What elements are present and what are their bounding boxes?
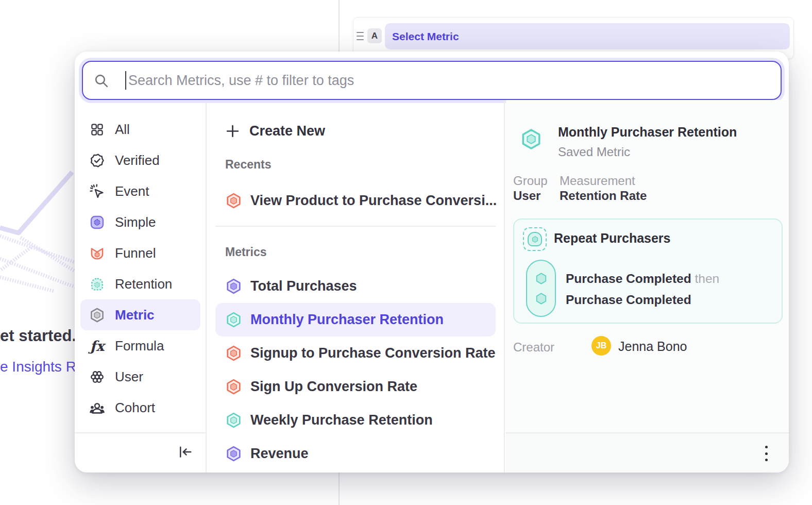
category-sidebar: All Verified xyxy=(75,100,207,473)
creator-name: Jenna Bono xyxy=(618,339,687,354)
metric-item-weekly-purchase-retention[interactable]: Weekly Purchase Retention xyxy=(215,403,496,437)
sidebar-item-label: Simple xyxy=(115,214,156,230)
search-input[interactable] xyxy=(127,72,770,89)
step-1-event: Purchase Completed xyxy=(566,272,691,285)
create-new-label: Create New xyxy=(249,123,325,139)
retention-metric-hexagon-icon xyxy=(225,311,242,328)
sidebar-item-verified[interactable]: Verified xyxy=(80,145,200,176)
metric-item-label: Revenue xyxy=(250,446,309,462)
sidebar-item-all[interactable]: All xyxy=(80,114,200,145)
sidebar-item-simple[interactable]: Simple xyxy=(80,207,200,238)
verified-badge-icon xyxy=(89,153,105,169)
simple-icon xyxy=(89,214,105,230)
kebab-menu-icon[interactable] xyxy=(762,445,770,462)
event-cursor-icon xyxy=(89,183,105,199)
sidebar-item-label: Retention xyxy=(115,276,172,292)
list-divider xyxy=(215,226,496,227)
retention-metric-hexagon-icon xyxy=(225,412,242,429)
funnel-metric-hexagon-icon xyxy=(225,378,242,395)
sidebar-item-label: Verified xyxy=(115,153,160,169)
modal-body: All Verified xyxy=(75,100,789,473)
insights-report-link[interactable]: e Insights Re xyxy=(0,359,84,375)
hexagon-icon xyxy=(534,272,548,285)
recent-metric-item[interactable]: View Product to Purchase Conversi... xyxy=(207,189,504,212)
retention-definition-icon xyxy=(523,227,547,251)
user-icon xyxy=(89,369,105,385)
measurement-value: Retention Rate xyxy=(560,189,647,203)
step-connector: then xyxy=(695,272,720,285)
measurement-label: Measurement xyxy=(560,174,635,188)
funnel-metric-hexagon-icon xyxy=(225,345,242,362)
recent-metric-label: View Product to Purchase Conversi... xyxy=(250,193,497,209)
sidebar-item-label: Funnel xyxy=(115,245,156,261)
sidebar-item-formula[interactable]: ƒx Formula xyxy=(80,330,200,361)
create-new-button[interactable]: Create New xyxy=(207,122,504,140)
formula-icon: ƒx xyxy=(89,338,105,354)
creator-label: Creator xyxy=(513,340,554,355)
select-metric-button[interactable]: Select Metric xyxy=(385,23,790,49)
metric-item-label: Monthly Purchaser Retention xyxy=(250,312,444,328)
sidebar-footer-divider xyxy=(75,432,206,433)
collapse-left-icon[interactable] xyxy=(177,444,193,460)
search-bar xyxy=(82,61,782,100)
query-row-badge: A xyxy=(367,28,382,43)
sidebar-item-label: Cohort xyxy=(115,400,155,416)
creator-avatar: JB xyxy=(591,336,611,356)
background-heading-fragment: et started. xyxy=(0,327,76,345)
metric-item-sign-up-conversion-rate[interactable]: Sign Up Conversion Rate xyxy=(215,370,496,403)
definition-steps: Purchase Completed then Purchase Complet… xyxy=(566,268,719,310)
metric-item-label: Weekly Purchase Retention xyxy=(250,412,433,428)
search-icon xyxy=(93,73,109,89)
metric-item-total-purchases[interactable]: Total Purchases xyxy=(215,270,496,303)
sidebar-item-label: Formula xyxy=(115,338,164,354)
metric-hexagon-icon xyxy=(225,445,242,462)
recents-section-label: Recents xyxy=(207,158,504,172)
plus-icon xyxy=(225,124,240,139)
screen: et started. e Insights Re A Select Metri… xyxy=(0,0,812,505)
detail-subtitle: Saved Metric xyxy=(558,145,630,159)
grid-icon xyxy=(89,122,105,138)
funnel-icon xyxy=(89,245,105,261)
step-2-event: Purchase Completed xyxy=(566,293,691,307)
sidebar-item-label: Event xyxy=(115,183,149,199)
definition-name: Repeat Purchasers xyxy=(554,231,671,246)
detail-title: Monthly Purchaser Retention xyxy=(558,125,737,140)
metrics-section-label: Metrics xyxy=(207,245,504,259)
sidebar-item-label: Metric xyxy=(115,307,155,323)
text-cursor xyxy=(125,71,126,90)
funnel-metric-hexagon-icon xyxy=(225,192,242,209)
sidebar-item-label: All xyxy=(115,122,130,138)
sidebar-item-funnel[interactable]: Funnel xyxy=(80,238,200,268)
metric-item-label: Total Purchases xyxy=(250,278,357,294)
metric-item-revenue[interactable]: Revenue xyxy=(215,437,496,470)
cohort-icon xyxy=(89,400,105,416)
metric-item-label: Sign Up Conversion Rate xyxy=(250,379,417,395)
metric-item-signup-to-purchase-conversion-rate[interactable]: Signup to Purchase Conversion Rate xyxy=(215,336,496,370)
metric-item-monthly-purchaser-retention[interactable]: Monthly Purchaser Retention xyxy=(215,303,496,336)
group-label: Group xyxy=(513,174,548,188)
background-chart-lines xyxy=(0,170,77,345)
metric-definition-card: Repeat Purchasers Purchase Completed the… xyxy=(513,218,783,324)
group-value: User xyxy=(513,189,540,203)
metric-list-column: Create New Recents View Product to Purch… xyxy=(207,100,505,473)
metric-item-label: Signup to Purchase Conversion Rate xyxy=(250,345,496,361)
hexagon-icon xyxy=(534,292,548,306)
metric-detail-panel: Monthly Purchaser Retention Saved Metric… xyxy=(506,100,789,473)
retention-steps-capsule xyxy=(526,260,556,317)
retention-metric-hexagon-icon xyxy=(520,128,543,150)
sidebar-item-retention[interactable]: Retention xyxy=(80,268,200,299)
retention-icon xyxy=(89,276,105,292)
sidebar-item-cohort[interactable]: Cohort xyxy=(80,392,200,423)
metric-hexagon-icon xyxy=(89,307,105,323)
metric-picker-modal: All Verified xyxy=(75,52,789,473)
sidebar-item-metric[interactable]: Metric xyxy=(80,299,200,330)
drag-handle-icon[interactable] xyxy=(357,32,364,40)
metric-hexagon-icon xyxy=(225,278,242,295)
sidebar-item-event[interactable]: Event xyxy=(80,176,200,207)
sidebar-item-label: User xyxy=(115,369,143,385)
detail-footer xyxy=(506,433,789,473)
sidebar-item-user[interactable]: User xyxy=(80,361,200,392)
